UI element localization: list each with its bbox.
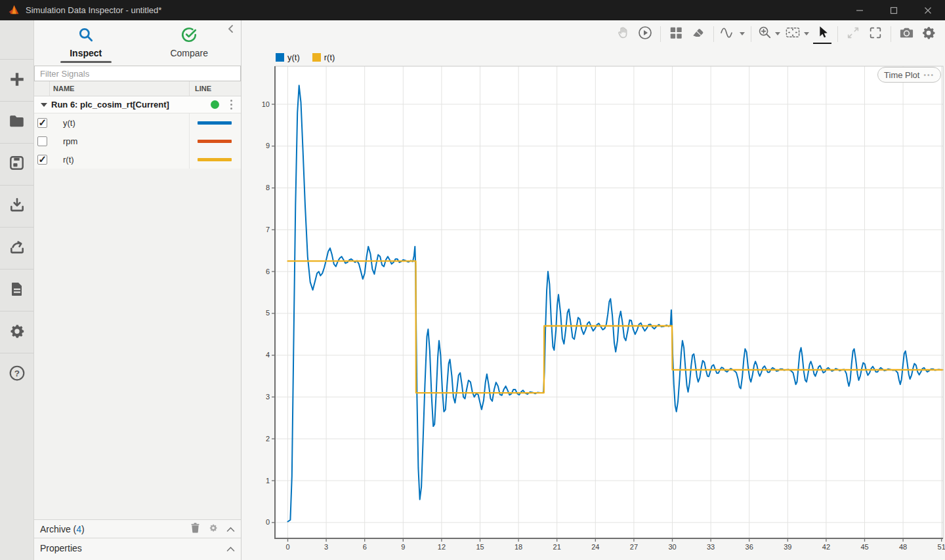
time-plot-badge[interactable]: Time Plot ••• — [877, 67, 941, 83]
signal-options-button[interactable] — [720, 24, 745, 44]
expand-button[interactable] — [844, 24, 862, 44]
archive-label: Archive (4) — [40, 524, 190, 534]
signal-line-cell — [189, 113, 241, 132]
signal-line-swatch — [198, 140, 232, 143]
legend-item[interactable]: r(t) — [312, 52, 335, 62]
chevron-down-icon — [804, 32, 809, 35]
import-button[interactable] — [0, 186, 33, 228]
zoom-in-icon — [757, 25, 772, 43]
svg-text:9: 9 — [401, 543, 405, 551]
signal-row[interactable]: r(t) — [34, 150, 241, 169]
svg-text:33: 33 — [707, 543, 715, 551]
report-icon — [9, 281, 25, 300]
header-check-column — [34, 81, 50, 96]
collapse-panel-button[interactable] — [227, 24, 235, 36]
svg-text:6: 6 — [266, 268, 270, 275]
legend-item[interactable]: y(t) — [276, 52, 300, 62]
plot-settings-button[interactable] — [919, 24, 938, 44]
signal-line-swatch — [198, 121, 232, 125]
signal-line-cell — [189, 132, 241, 150]
svg-text:12: 12 — [438, 543, 446, 551]
create-report-button[interactable] — [0, 270, 33, 311]
plus-icon — [9, 71, 26, 90]
svg-text:24: 24 — [591, 543, 599, 551]
fit-to-view-button[interactable] — [784, 24, 809, 44]
clear-plots-button[interactable] — [689, 24, 707, 44]
minimize-button[interactable] — [843, 0, 877, 20]
svg-text:42: 42 — [822, 543, 830, 551]
fullscreen-button[interactable] — [866, 24, 885, 44]
svg-text:15: 15 — [476, 543, 484, 551]
open-button[interactable] — [0, 102, 33, 144]
svg-text:21: 21 — [553, 543, 561, 551]
help-button[interactable]: ? — [0, 353, 33, 395]
time-plot-chart[interactable]: 0369121518212427303336394245485101234567… — [242, 47, 945, 560]
zoom-in-button[interactable] — [757, 24, 780, 44]
signal-name: r(t) — [50, 155, 189, 165]
legend-label: y(t) — [287, 52, 300, 62]
signal-row[interactable]: rpm — [34, 132, 241, 150]
maximize-button[interactable] — [877, 0, 911, 20]
svg-text:9: 9 — [266, 142, 270, 150]
signal-row[interactable]: y(t) — [34, 113, 241, 132]
signal-checkbox[interactable] — [37, 155, 47, 165]
signal-checkbox[interactable] — [37, 118, 47, 128]
svg-text:4: 4 — [266, 351, 270, 359]
svg-text:2: 2 — [266, 435, 270, 443]
import-icon — [9, 197, 26, 216]
run-menu-button[interactable] — [228, 98, 234, 111]
app-window: Simulation Data Inspector - untitled* — [0, 0, 945, 560]
save-button[interactable] — [0, 144, 33, 186]
chevron-down-icon — [775, 32, 780, 35]
collapse-run-icon[interactable] — [41, 103, 47, 107]
collapse-archive-button[interactable] — [226, 523, 235, 535]
svg-text:?: ? — [14, 369, 19, 378]
app-toolstrip: ? — [0, 20, 34, 560]
run-status-dot — [211, 100, 219, 109]
header-name-column: NAME — [50, 85, 189, 92]
hand-icon — [616, 25, 631, 43]
replay-button[interactable] — [636, 24, 654, 44]
gear-icon — [9, 323, 26, 342]
archive-settings-button[interactable] — [209, 523, 218, 535]
signal-name: rpm — [50, 136, 189, 146]
preferences-button[interactable] — [0, 311, 33, 353]
time-plot-badge-label: Time Plot — [884, 70, 919, 80]
archive-section-header[interactable]: Archive (4) — [34, 519, 241, 538]
properties-section-header[interactable]: Properties — [34, 538, 241, 560]
svg-text:5: 5 — [266, 309, 270, 317]
sine-wave-icon — [720, 25, 737, 43]
svg-text:6: 6 — [363, 543, 367, 551]
svg-text:0: 0 — [285, 543, 289, 551]
tab-inspect-label: Inspect — [70, 48, 102, 58]
matlab-logo-icon — [9, 5, 20, 16]
add-run-button[interactable] — [0, 60, 33, 102]
delete-archive-button[interactable] — [190, 523, 200, 536]
svg-text:7: 7 — [266, 226, 270, 233]
pan-button[interactable] — [614, 24, 632, 44]
close-button[interactable] — [911, 0, 945, 20]
svg-text:45: 45 — [860, 543, 868, 551]
signal-checkbox[interactable] — [37, 136, 47, 146]
snapshot-button[interactable] — [897, 24, 915, 44]
collapse-properties-button[interactable] — [226, 543, 235, 555]
folder-icon — [9, 113, 26, 132]
svg-text:30: 30 — [668, 543, 676, 551]
svg-text:8: 8 — [266, 184, 270, 191]
layout-button[interactable] — [667, 24, 685, 44]
svg-text:3: 3 — [324, 543, 328, 551]
run-row[interactable]: Run 6: plc_cosim_rt[Current] — [34, 96, 241, 113]
chevron-down-icon — [740, 32, 745, 35]
svg-text:48: 48 — [899, 543, 907, 551]
tab-compare-label: Compare — [170, 48, 208, 58]
export-button[interactable] — [0, 228, 33, 270]
fullscreen-brackets-icon — [868, 26, 883, 43]
filter-signals-input[interactable] — [34, 66, 241, 81]
signal-line-swatch — [198, 158, 232, 161]
svg-text:39: 39 — [784, 543, 791, 551]
tab-compare[interactable]: Compare — [138, 20, 242, 66]
plot-toolbar — [612, 20, 945, 47]
expand-diagonal-icon — [846, 26, 860, 43]
tab-inspect[interactable]: Inspect — [34, 20, 138, 66]
pointer-button[interactable] — [813, 24, 831, 44]
